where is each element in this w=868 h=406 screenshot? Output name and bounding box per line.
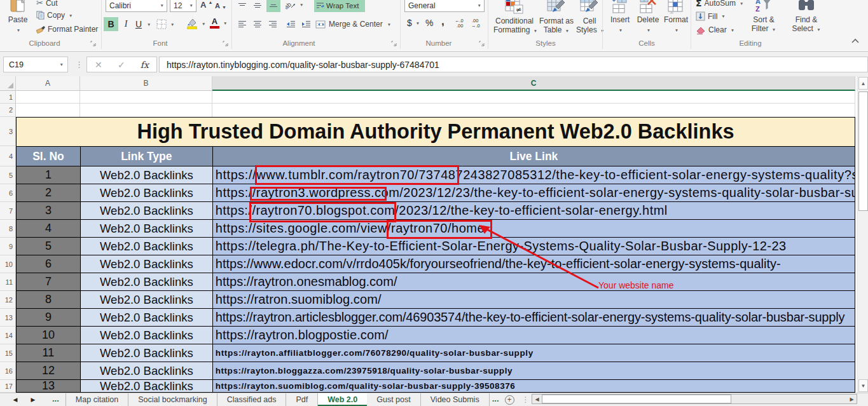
sheet-tab-map-citation[interactable]: Map citation [66,393,128,406]
paste-button[interactable]: Paste ▼ [5,0,31,35]
wrap-text-button[interactable]: Wrap Text [314,0,365,12]
row-header-9[interactable]: 9 [0,238,15,255]
cell-link-type[interactable]: Web2.0 Backlinks [81,238,213,255]
empty-row-2[interactable] [16,104,855,117]
cancel-icon[interactable]: ✕ [95,60,102,70]
sheet-nav-more[interactable]: ... [45,393,65,406]
cell-link-type[interactable]: Web2.0 Backlinks [81,273,213,291]
row-header-5[interactable]: 5 [0,166,15,184]
conditional-formatting-button[interactable]: ≠ Conditional Formatting ▼ [493,0,535,36]
align-center-button[interactable] [251,18,264,30]
empty-cell-b2[interactable] [80,104,212,117]
cell-sl-no[interactable]: 8 [17,291,81,309]
top-align-button[interactable] [236,0,249,11]
sheet-tab-video-submis[interactable]: Video Submis [421,393,489,406]
table-row[interactable]: 8 Web2.0 Backlinks https://ratron.suomib… [16,291,855,309]
cell-link-type[interactable]: Web2.0 Backlinks [81,344,213,362]
cell-live-link[interactable]: https://rayton.bloggazza.com/23975918/qu… [213,362,855,380]
sheet-tab-gust-post[interactable]: Gust post [367,393,420,406]
column-header-b[interactable]: B [80,76,212,91]
cell-link-type[interactable]: Web2.0 Backlinks [81,291,213,309]
table-row[interactable]: 10 Web2.0 Backlinks https://raytron.blog… [16,327,855,344]
cell-sl-no[interactable]: 5 [17,238,81,255]
cell-live-link[interactable]: https://www.edocr.com/v/rrdo405k/foryour… [213,255,855,273]
table-row[interactable]: 13 Web2.0 Backlinks https://rayton.suomi… [16,380,855,393]
paste-dropdown-arrow[interactable]: ▼ [6,26,31,35]
grow-font-button[interactable]: A▲ [200,0,212,10]
scroll-left-arrow[interactable]: ◀ [532,395,542,403]
bottom-align-button[interactable] [266,0,280,12]
cell-link-type[interactable]: Web2.0 Backlinks [81,309,213,327]
empty-row-1[interactable] [16,91,855,104]
number-format-combo[interactable]: General ▼ [404,0,485,12]
empty-cell-c1[interactable] [212,91,855,104]
collapse-ribbon-button[interactable] [851,38,860,44]
sheet-nav-right-arrow[interactable]: ▶ [22,393,45,406]
formula-bar-divider-dots[interactable]: ⋮ [75,60,83,69]
horizontal-scroll-thumb[interactable] [542,395,731,403]
select-all-corner[interactable] [0,76,16,91]
row-header-7[interactable]: 7 [0,202,15,220]
fill-button[interactable]: Fill ▼ [696,11,726,21]
scroll-right-arrow[interactable]: ▶ [847,395,857,403]
table-row[interactable]: 2 Web2.0 Backlinks https://raytron3.word… [16,184,855,202]
underline-button[interactable]: U [133,17,144,31]
find-select-button[interactable]: Find & Select ▼ [787,0,825,34]
format-cells-button[interactable]: Format ▼ [663,0,689,35]
accounting-format-button[interactable]: $ ▼ [407,18,420,28]
comma-style-button[interactable]: , [441,15,444,28]
sheet-tabs-overflow[interactable]: ... [490,393,502,406]
table-row[interactable]: 11 Web2.0 Backlinks https://rayton.affil… [16,344,855,362]
align-right-button[interactable] [266,18,279,30]
orientation-button[interactable]: ab ▼ [286,0,303,10]
decrease-indent-button[interactable] [284,18,297,30]
cell-styles-button[interactable]: Cell Styles ▼ [576,0,603,36]
table-header-row[interactable]: Sl. No Link Type Live Link [16,146,855,166]
table-row[interactable]: 12 Web2.0 Backlinks https://rayton.blogg… [16,362,855,380]
cell-sl-no[interactable]: 10 [17,327,81,344]
italic-button[interactable]: I [120,17,132,31]
horizontal-scrollbar[interactable]: ◀ ▶ [532,394,857,404]
row-header-17[interactable]: 17 [0,380,15,393]
sheet-nav-left-arrow[interactable]: ◀ [0,393,22,406]
vertical-scrollbar[interactable]: ▲ ▼ [857,76,868,393]
font-color-button[interactable]: A ▼ [210,18,227,29]
cell-link-type[interactable]: Web2.0 Backlinks [81,220,213,238]
decrease-decimal-button[interactable]: .00 →.0 [471,18,483,28]
delete-cells-button[interactable]: Delete ▼ [635,0,661,35]
row-header-15[interactable]: 15 [0,344,15,362]
bold-button[interactable]: B [104,17,118,31]
clipboard-dialog-launcher[interactable] [90,41,97,47]
row-header-1[interactable]: 1 [0,91,15,104]
alignment-dialog-launcher[interactable] [391,41,397,47]
formula-input[interactable]: https://rayton.tinyblogging.com/quality-… [159,57,868,72]
cell-link-type[interactable]: Web2.0 Backlinks [81,184,213,202]
cell-sl-no[interactable]: 13 [17,380,81,393]
percent-style-button[interactable]: % [425,18,433,28]
cell-live-link[interactable]: https://rayton.affiliatblogger.com/76078… [213,344,855,362]
cell-sl-no[interactable]: 1 [17,166,81,184]
insert-cells-button[interactable]: Insert ▼ [608,0,632,35]
sheet-tab-social-bockmarking[interactable]: Social bockmarking [128,393,216,406]
font-size-combo[interactable]: 12 ▼ [170,0,196,12]
font-family-combo[interactable]: Calibri ▼ [106,0,167,12]
copy-dropdown-arrow[interactable]: ▼ [69,13,72,18]
merge-center-button[interactable]: Merge & Center ▼ [315,20,391,29]
copy-button[interactable]: Copy ▼ [36,11,72,20]
format-painter-button[interactable]: Format Painter [36,25,98,34]
cell-link-type[interactable]: Web2.0 Backlinks [81,362,213,380]
row-header-16[interactable]: 16 [0,362,15,380]
shrink-font-button[interactable]: A▼ [215,1,226,10]
cell-sl-no[interactable]: 7 [17,273,81,291]
format-as-table-button[interactable]: Format as Table ▼ [538,0,575,36]
autosum-button[interactable]: Σ AutoSum ▼ [696,0,743,8]
vertical-scroll-thumb[interactable] [858,91,868,211]
row-header-14[interactable]: 14 [0,327,15,344]
cell-sl-no[interactable]: 6 [17,255,81,273]
cell-live-link[interactable]: https://telegra.ph/The-Key-to-Efficient-… [213,238,855,255]
empty-cell-b1[interactable] [80,91,212,104]
cell-link-type[interactable]: Web2.0 Backlinks [81,327,213,344]
sheet-tab-pdf[interactable]: Pdf [286,393,317,406]
empty-cell-a1[interactable] [16,91,80,104]
number-dialog-launcher[interactable] [479,41,485,47]
